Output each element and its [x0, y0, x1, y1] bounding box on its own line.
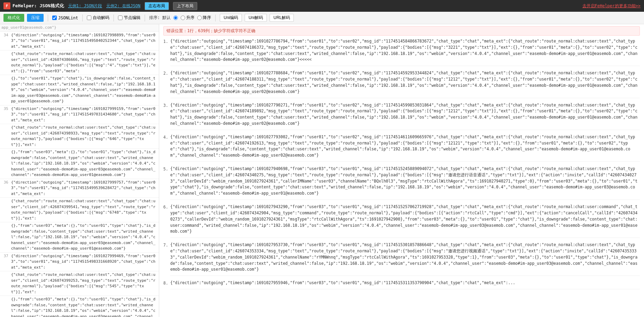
sort-label: 排序: 默认	[149, 15, 171, 21]
line-number: 36	[1, 180, 11, 197]
left-panel-line: 37{"direction":"outgoing","timestamp":16…	[0, 253, 159, 272]
item-content: {"direction":"outgoing","timestamp":1691…	[170, 70, 640, 98]
line-number	[1, 51, 11, 74]
line-number: 35	[1, 106, 11, 123]
node-edit-checkbox[interactable]: 节点编辑	[118, 15, 140, 21]
item-content: {"direction":"outgoing","timestamp":1691…	[170, 134, 640, 162]
left-panel: app_user01@easemob.com"} 34{"direction":…	[0, 24, 159, 317]
error-text: 错误位置：1行，639列；缺少字符或字符不正确	[166, 28, 255, 33]
line-content: {"direction":"outgoing","timestamp":1691…	[11, 253, 157, 271]
item-number: 6.	[163, 204, 170, 238]
item-number: 1.	[163, 38, 170, 66]
compress-button[interactable]: 压缩	[27, 14, 44, 22]
example1-link[interactable]: 元例1: JSON片段	[68, 3, 102, 9]
left-panel-line: {"chat_route":"route_normal:chat:user:te…	[0, 124, 159, 149]
left-panel-line: {},"from":"user03","meta":{},"to":"user0…	[0, 296, 159, 317]
app-title: FeHelper: JSON格式化	[12, 3, 64, 9]
right-panel[interactable]: 错误位置：1行，639列；缺少字符或字符不正确 1.{"direction":"…	[159, 24, 644, 317]
json-item: 7.{"direction":"outgoing","timestamp":16…	[163, 242, 640, 276]
sort-default[interactable]	[173, 16, 178, 20]
json-item: 3.{"direction":"outgoing","timestamp":16…	[163, 102, 640, 130]
sort-asc[interactable]: 升序	[181, 15, 194, 21]
more-features-link[interactable]: 去开启FeHelper的更多功能>>	[582, 3, 641, 9]
json-item: 6.{"direction":"outgoing","timestamp":16…	[163, 204, 640, 238]
sort-radio-group: 升序 降序	[173, 15, 211, 21]
sort-desc[interactable]: 降序	[197, 15, 211, 21]
line-content: {"chat_route":"route_normal:chat:user:te…	[11, 272, 157, 295]
item-number: 2.	[163, 70, 170, 98]
divider2	[82, 15, 83, 21]
line-number: 34	[1, 32, 11, 50]
item-content: {"direction":"outgoing","timestamp":1691…	[170, 38, 640, 66]
left-panel-line: {"chat_route":"route_normal:chat:user:te…	[0, 198, 159, 222]
layout-top-bottom-btn[interactable]: 上下布局	[173, 2, 197, 10]
item-content: {"direction":"outgoing","timestamp":1691…	[170, 166, 640, 200]
item-number: 8.	[163, 280, 170, 289]
item-number: 7.	[163, 242, 170, 276]
item-content: {"direction":"outgoing","timestamp":1691…	[170, 204, 640, 238]
top-bar: F FeHelper: JSON格式化 元例1: JSON片段 元例2: 在线J…	[0, 0, 644, 12]
line-content: {"direction":"outgoing","timestamp":1691…	[11, 180, 157, 197]
item-content: {"direction":"outgoing","timestamp":1691…	[170, 280, 640, 289]
json-item: 1.{"direction":"outgoing","timestamp":16…	[163, 38, 640, 66]
left-panel-line: {"chat_route":"route_normal:chat:user:te…	[0, 271, 159, 296]
line-number	[1, 149, 11, 178]
line-content: {},"from":"user03","meta":{},"to":"user0…	[11, 223, 157, 252]
line-number	[1, 223, 11, 252]
divider5	[215, 15, 216, 21]
error-bar: 错误位置：1行，639列；缺少字符或字符不正确	[163, 26, 640, 36]
left-panel-line: {},"from":"user03","meta":{},"to":"user0…	[0, 149, 159, 179]
line-content: {},"from":"user03","meta":{},"to":"user0…	[11, 297, 157, 317]
left-panel-line: {},"from":"user03","meta":{},"to":"user0…	[0, 222, 159, 253]
left-panel-line: 34{"direction":"outgoing","timestamp":16…	[0, 32, 159, 51]
line-content: {"chat_route":"route_normal:chat:user:te…	[11, 125, 157, 148]
line-content: {"chat_route":"route_normal:chat:user:te…	[11, 51, 157, 74]
item-number: 5.	[163, 166, 170, 200]
app-logo: F FeHelper: JSON格式化	[3, 2, 64, 9]
line-content: {},"from":"user03","meta":{},"to":"user0…	[11, 149, 157, 178]
left-panel-line: 36{"direction":"outgoing","timestamp":16…	[0, 179, 159, 198]
right-items-container: 1.{"direction":"outgoing","timestamp":16…	[163, 38, 640, 289]
left-panel-line: {},"to":"user01","type":"chat"},"is_down…	[0, 75, 159, 105]
json-item: 5.{"direction":"outgoing","timestamp":16…	[163, 166, 640, 200]
line-content: {},"to":"user01","type":"chat"},"is_down…	[11, 76, 157, 104]
line-number	[1, 76, 11, 104]
left-lines-container: 34{"direction":"outgoing","timestamp":16…	[0, 32, 159, 317]
json-item: 8.{"direction":"outgoing","timestamp":16…	[163, 280, 640, 289]
divider3	[114, 15, 114, 21]
left-panel-line: 35{"direction":"outgoing","timestamp":16…	[0, 105, 159, 124]
left-panel-line: {"chat_route":"route_normal:chat:user:te…	[0, 50, 159, 75]
item-number: 3.	[163, 102, 170, 130]
divider1	[48, 15, 48, 21]
logo-icon: F	[3, 2, 10, 9]
line-number	[1, 198, 11, 221]
json-item: 4.{"direction":"outgoing","timestamp":16…	[163, 134, 640, 162]
example2-link[interactable]: 元例2: 在线JSON	[106, 3, 140, 9]
line-number	[1, 272, 11, 295]
left-top-text: app_user01@easemob.com"}	[0, 24, 159, 32]
line-number	[1, 125, 11, 148]
line-content: {"direction":"outgoing","timestamp":1691…	[11, 32, 157, 50]
uni-decode-button[interactable]: Uni解码	[245, 14, 267, 22]
jsonlint-checkbox[interactable]: JSONLint	[52, 16, 78, 20]
line-number	[1, 297, 11, 317]
line-content: {"direction":"outgoing","timestamp":1691…	[11, 106, 157, 123]
main-area: app_user01@easemob.com"} 34{"direction":…	[0, 24, 644, 317]
uni-encode-button[interactable]: Uni编码	[220, 14, 242, 22]
toolbar: 格式化 压缩 JSONLint 自动解码 节点编辑 排序: 默认 升序 降序 U…	[0, 12, 644, 24]
format-button[interactable]: 格式化	[3, 14, 24, 22]
line-number: 37	[1, 253, 11, 271]
layout-left-right-btn[interactable]: 左右布局	[145, 2, 169, 10]
item-content: {"direction":"outgoing","timestamp":1691…	[170, 242, 640, 276]
line-content: {"chat_route":"route_normal:chat:user:te…	[11, 198, 157, 221]
auto-decode-checkbox[interactable]: 自动解码	[87, 15, 109, 21]
item-number: 4.	[163, 134, 170, 162]
json-item: 2.{"direction":"outgoing","timestamp":16…	[163, 70, 640, 98]
url-decode-button[interactable]: URL解码	[270, 14, 294, 22]
divider4	[145, 15, 145, 21]
item-content: {"direction":"outgoing","timestamp":1691…	[170, 102, 640, 130]
